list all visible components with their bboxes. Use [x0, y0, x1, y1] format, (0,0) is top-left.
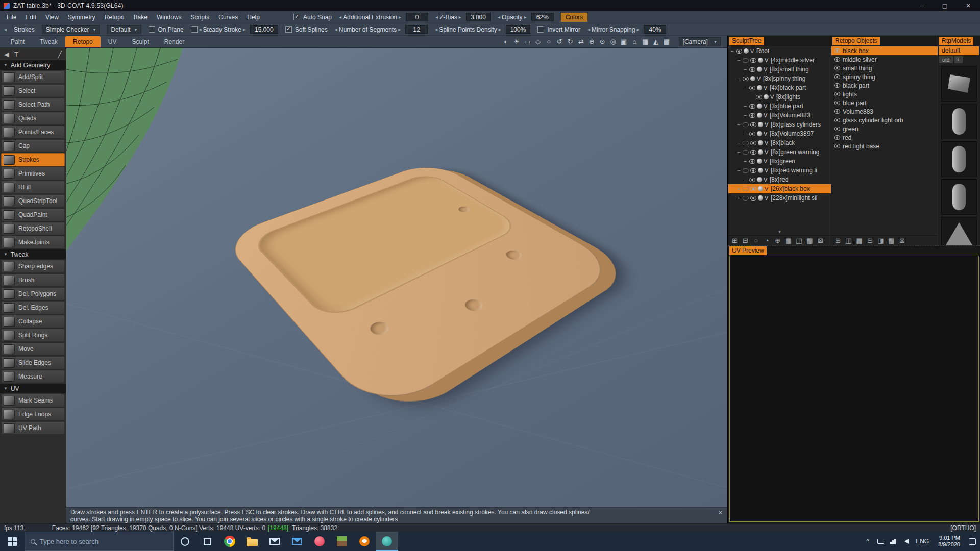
spinner-field[interactable]: ◂ Z-Bias ▸ 3.000	[435, 13, 491, 21]
sculpt-tree-item[interactable]: − V [8x]black	[728, 138, 831, 147]
eye-icon[interactable]	[834, 127, 840, 131]
view-plane-icon[interactable]: ▭	[523, 38, 532, 45]
workspace-tab[interactable]: Retopo	[65, 36, 101, 47]
minecraft-icon[interactable]	[331, 532, 353, 551]
volume-tray-icon[interactable]	[899, 539, 911, 544]
panels-icon[interactable]: ▤	[662, 38, 672, 45]
expand-toggle[interactable]: −	[737, 121, 741, 128]
eye-icon[interactable]	[834, 101, 840, 105]
visibility-v-mark[interactable]: V	[765, 121, 769, 128]
object-list-icon[interactable]: ▤	[888, 237, 895, 244]
maximize-button[interactable]: ▢	[933, 0, 957, 11]
text-tool-icon[interactable]: T	[14, 51, 18, 58]
decrease-icon[interactable]: ◂	[339, 14, 341, 20]
uv-preview-canvas[interactable]	[729, 256, 979, 522]
expand-toggle[interactable]: −	[744, 177, 748, 183]
grid-icon[interactable]: ▦	[641, 38, 650, 45]
colors-button[interactable]: Colors	[561, 13, 588, 22]
eye-icon[interactable]	[834, 83, 840, 88]
eye-icon[interactable]	[750, 150, 756, 155]
language-indicator[interactable]: ENG	[911, 538, 934, 545]
start-button[interactable]	[0, 532, 24, 551]
increase-icon[interactable]: ▸	[524, 14, 527, 20]
sculpt-tree-item[interactable]: − V [8x]green	[728, 157, 831, 166]
segments-control[interactable]: ◂ Number of Segments ▸ 12	[335, 25, 428, 34]
sculpt-tree-item[interactable]: − V [3x]blue part	[728, 102, 831, 111]
tool-button[interactable]: Collapse	[1, 315, 65, 328]
tool-button[interactable]: MakeJoints	[1, 236, 65, 249]
eye-icon[interactable]	[834, 48, 840, 53]
eye-icon[interactable]	[834, 74, 840, 79]
eye-icon[interactable]	[750, 168, 756, 173]
eye-icon[interactable]	[736, 49, 742, 54]
monitor-tray-icon[interactable]	[874, 539, 887, 544]
snap-icon[interactable]: ⊕	[587, 38, 597, 45]
swap-view-icon[interactable]: ⇄	[576, 38, 586, 45]
eye-icon[interactable]	[743, 77, 749, 81]
decrease-icon[interactable]: ◂	[435, 27, 437, 32]
rtp-models-header[interactable]: RtpModels	[938, 36, 980, 46]
visibility-v-mark[interactable]: V	[764, 66, 768, 72]
increase-icon[interactable]: ▸	[398, 27, 401, 32]
menu-item[interactable]: Scripts	[186, 12, 214, 22]
add-model-set-button[interactable]: +	[954, 56, 963, 63]
retopo-object-item[interactable]: lights	[831, 90, 938, 98]
expand-toggle[interactable]: −	[737, 149, 741, 155]
expand-toggle[interactable]: −	[737, 76, 741, 82]
tool-button[interactable]: Sharp edges	[1, 260, 65, 273]
ghost-visibility-icon[interactable]	[743, 196, 749, 201]
back-arrow-icon[interactable]: ◀	[4, 51, 9, 58]
eye-icon[interactable]	[834, 135, 840, 140]
ghost-visibility-icon[interactable]	[743, 187, 749, 191]
home-view-icon[interactable]: ⌂	[630, 38, 640, 45]
delete-icon[interactable]: ⊠	[817, 237, 824, 244]
expand-toggle[interactable]: −	[737, 167, 741, 173]
mail-icon[interactable]	[263, 532, 286, 551]
visibility-v-mark[interactable]: V	[764, 103, 768, 109]
expand-toggle[interactable]: −	[744, 103, 748, 109]
sculpt-tree-item[interactable]: V [8x]lights	[728, 92, 831, 102]
menu-item[interactable]: Retopo	[100, 12, 129, 22]
spinner-field[interactable]: ◂ Opacity ▸ 62%	[498, 13, 554, 21]
3dcoat-icon[interactable]	[376, 532, 398, 551]
eye-icon[interactable]	[750, 196, 756, 201]
tool-button[interactable]: UV Path	[1, 421, 65, 435]
taskbar-search[interactable]	[24, 532, 174, 551]
model-thumb-cylinder-3[interactable]	[941, 179, 977, 215]
grid-object-icon[interactable]: ▦	[855, 237, 863, 244]
menu-item[interactable]: Help	[242, 12, 264, 22]
tool-button[interactable]: RetopoShell	[1, 222, 65, 235]
strokes-mode-label[interactable]: Strokes	[14, 26, 35, 33]
visibility-v-mark[interactable]: V	[757, 76, 762, 82]
visibility-v-mark[interactable]: V	[765, 195, 769, 201]
retopo-object-item[interactable]: spinny thing	[831, 72, 938, 81]
wireframe-icon[interactable]: ◇	[533, 38, 543, 45]
checker-dropdown[interactable]: Simple Checker ▾	[42, 25, 100, 34]
visibility-v-mark[interactable]: V	[764, 158, 768, 164]
ghost-visibility-icon[interactable]	[743, 122, 749, 127]
tool-button[interactable]: QuadPaint	[1, 208, 65, 221]
tool-button[interactable]: Strokes	[1, 153, 65, 166]
mirror-snapping-value[interactable]: 40%	[644, 25, 666, 34]
value-box[interactable]: 62%	[531, 13, 554, 21]
increase-icon[interactable]: ▸	[459, 14, 461, 20]
increase-icon[interactable]: ▸	[243, 27, 246, 32]
decrease-icon[interactable]: ◂	[435, 14, 438, 20]
expand-toggle[interactable]: −	[744, 85, 748, 91]
expand-toggle[interactable]: −	[744, 158, 748, 164]
visibility-v-mark[interactable]: V	[770, 94, 775, 100]
model-thumb-cylinder-2[interactable]	[941, 141, 977, 177]
cortana-icon[interactable]	[174, 532, 196, 551]
sculpt-tree-item[interactable]: − V [8x]spinny thing	[728, 74, 831, 83]
visibility-v-mark[interactable]: V	[765, 186, 769, 192]
merge-icon[interactable]: ⊕	[774, 237, 781, 244]
soft-splines-checkbox[interactable]: Soft Splines	[285, 26, 328, 33]
duplicate-object-icon[interactable]: ◫	[845, 237, 852, 244]
section-header-tweak[interactable]: ▼ Tweak	[0, 249, 66, 259]
retopo-object-item[interactable]: small thing	[831, 64, 938, 72]
tool-button[interactable]: RFill	[1, 181, 65, 194]
expand-toggle[interactable]: −	[737, 140, 741, 146]
increase-icon[interactable]: ▸	[636, 27, 639, 32]
menu-item[interactable]: File	[2, 12, 21, 22]
eye-icon[interactable]	[749, 104, 755, 109]
